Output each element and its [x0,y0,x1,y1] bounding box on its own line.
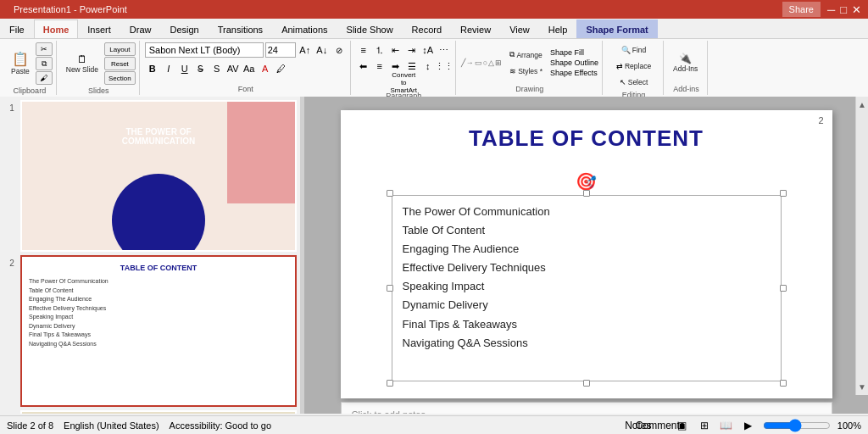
copy-button[interactable]: ⧉ [36,57,53,70]
font-grow-button[interactable]: A↑ [298,42,313,58]
slide-canvas[interactable]: 2 TABLE OF CONTENT 🎯 The Power Of Commun… [341,110,832,398]
zoom-slider[interactable] [763,419,831,432]
canvas-scroll[interactable]: 2 TABLE OF CONTENT 🎯 The Power Of Commun… [304,97,868,414]
align-left-button[interactable]: ⬅ [356,58,371,74]
handle-top-left[interactable] [387,190,393,197]
tab-home[interactable]: Home [34,19,79,38]
shape-rect[interactable]: ▭ [475,58,482,67]
shape-line[interactable]: ╱ [461,58,465,67]
comments-button[interactable]: Comments [653,418,668,433]
highlight-button[interactable]: 🖊 [274,61,289,76]
maximize-button[interactable]: □ [840,3,847,16]
slide-img-1[interactable]: THE POWER OF COMMUNICATION [20,100,297,252]
handle-bot-right[interactable] [780,380,787,387]
tab-review[interactable]: Review [451,19,500,38]
shape-effects-button[interactable]: Shape Effects [550,69,598,77]
line-spacing-button[interactable]: ↕ [420,58,436,74]
status-bar: Slide 2 of 8 English (United States) Acc… [0,415,868,434]
case-button[interactable]: Aa [242,61,257,76]
find-button[interactable]: 🔍 Find [617,42,651,57]
clear-format-button[interactable]: ⊘ [331,42,347,58]
tab-slideshow[interactable]: Slide Show [337,19,403,38]
slideshow-button[interactable]: ▶ [741,418,756,433]
paste-button[interactable]: 📋 Paste [7,50,34,78]
shape-oval[interactable]: ○ [483,58,487,67]
thumb2-item-8: Navigating Q&A Sessions [29,340,288,349]
slide-sorter-button[interactable]: ⊞ [697,418,712,433]
tab-draw[interactable]: Draw [120,19,161,38]
tab-shape-format[interactable]: Shape Format [576,19,657,38]
addins-button[interactable]: 🔌 Add-Ins [669,51,702,75]
columns-button[interactable]: ⋮⋮ [437,58,452,74]
tab-view[interactable]: View [500,19,539,38]
slide-title[interactable]: TABLE OF CONTENT [392,125,782,152]
handle-top-mid[interactable] [583,190,590,197]
char-spacing-button[interactable]: AV [225,61,241,76]
numbering-button[interactable]: ⒈ [372,42,387,58]
find-icon: 🔍 [621,46,631,54]
font-shrink-button[interactable]: A↓ [314,42,330,58]
decrease-indent-button[interactable]: ⇤ [388,42,403,58]
reading-view-button[interactable]: 📖 [719,418,734,433]
bullets-button[interactable]: ≡ [356,42,371,58]
underline-button[interactable]: U [177,61,192,76]
right-scrollbar[interactable]: ▲ ▼ [855,97,868,395]
slide-thumb-1[interactable]: 1 THE POWER OF COMMUNICATION [3,100,297,252]
shape-more[interactable]: ⊞ [495,58,502,67]
strikethrough-button[interactable]: S̶ [193,61,209,76]
select-button[interactable]: ↖ Select [615,75,653,89]
shape-outline-button[interactable]: Shape Outline [550,58,598,67]
normal-view-button[interactable]: ▣ [675,418,690,433]
handle-top-right[interactable] [780,190,787,197]
arrange-button[interactable]: ⧉ Arrange [505,47,547,62]
tab-insert[interactable]: Insert [78,19,120,38]
handle-mid-right[interactable] [780,285,787,292]
convert-smartart-button[interactable]: Convert to SmartArt [396,75,411,90]
notes-area[interactable]: Click to add notes [341,402,832,414]
more-para-button[interactable]: ⋯ [437,42,452,58]
slide-thumb-2[interactable]: 2 TABLE OF CONTENT The Power Of Communic… [3,255,297,407]
tab-help[interactable]: Help [539,19,577,38]
handle-mid-left[interactable] [387,285,393,292]
handle-bot-left[interactable] [387,380,393,387]
shadow-button[interactable]: S [209,61,225,76]
handle-bot-mid[interactable] [583,380,590,387]
share-button[interactable]: Share [782,2,821,17]
bold-button[interactable]: B [145,61,160,76]
tab-animations[interactable]: Animations [272,19,337,38]
shape-fill-button[interactable]: Shape Fill [550,48,598,57]
slides-sub: Layout Reset Section [104,42,136,85]
align-center-button[interactable]: ≡ [372,58,387,74]
increase-indent-button[interactable]: ⇥ [404,42,420,58]
tab-record[interactable]: Record [403,19,451,38]
thumb2-list: The Power Of Communication Table Of Cont… [29,277,288,348]
tab-transitions[interactable]: Transitions [209,19,272,38]
reset-button[interactable]: Reset [104,57,136,70]
slides-group: 🗒 New Slide Layout Reset Section Slides [58,41,140,95]
format-painter-button[interactable]: 🖌 [36,71,53,85]
slide-img-3[interactable] [20,410,297,414]
italic-button[interactable]: I [161,61,176,76]
text-direction-button[interactable]: ↕A [420,42,436,58]
font-size-input[interactable] [265,42,296,58]
quick-styles-button[interactable]: ≋ Styles * [505,64,547,78]
slide-num-1: 1 [3,100,20,113]
minimize-button[interactable]: ─ [827,3,835,16]
slide-thumb-3[interactable]: 3 [3,410,297,414]
tab-file[interactable]: File [0,19,34,38]
new-slide-button[interactable]: 🗒 New Slide [62,52,103,76]
font-name-input[interactable] [145,42,264,58]
slide-panel[interactable]: 1 THE POWER OF COMMUNICATION 2 TABLE OF … [0,97,301,414]
shape-tri[interactable]: △ [488,58,494,67]
cut-button[interactable]: ✂ [36,42,53,56]
layout-button[interactable]: Layout [104,42,136,56]
shape-arrow[interactable]: → [466,58,474,67]
close-button[interactable]: ✕ [852,3,861,16]
tab-design[interactable]: Design [160,19,208,38]
scroll-up-arrow[interactable]: ▲ [856,98,868,111]
replace-button[interactable]: ⇄ Replace [612,58,655,73]
slide-img-2[interactable]: TABLE OF CONTENT The Power Of Communicat… [20,255,297,407]
font-color-button[interactable]: A [258,61,273,76]
section-button[interactable]: Section [104,71,136,85]
scroll-down-arrow[interactable]: ▼ [856,381,868,393]
